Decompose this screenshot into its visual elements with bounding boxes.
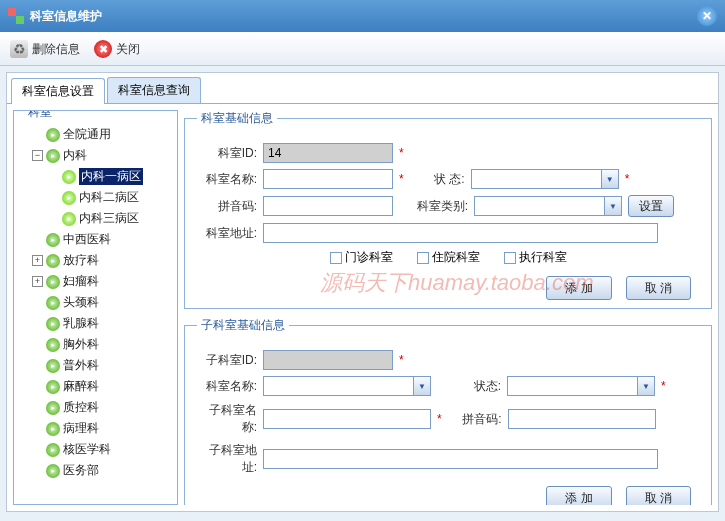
sub-add-button[interactable]: 添 加	[546, 486, 611, 505]
content-panel: 科室信息设置 科室信息查询 科室 全院通用−内科内科一病区内科二病区内科三病区中…	[6, 72, 719, 512]
dept-name-combo[interactable]: ▼	[263, 376, 431, 396]
tree-node-label: 内科	[63, 147, 87, 164]
chevron-down-icon[interactable]: ▼	[604, 196, 622, 216]
category-label: 科室类别:	[413, 198, 468, 215]
addr-label: 科室地址:	[197, 225, 257, 242]
tab-dept-query[interactable]: 科室信息查询	[107, 77, 201, 103]
tree-node[interactable]: 质控科	[18, 397, 173, 418]
tree-toggle-icon[interactable]: +	[32, 276, 43, 287]
inpatient-checkbox[interactable]: 住院科室	[417, 249, 480, 266]
tree-node[interactable]: 医务部	[18, 460, 173, 481]
set-button[interactable]: 设置	[628, 195, 674, 217]
titlebar: 科室信息维护 ✕	[0, 0, 725, 32]
dept-fieldset: 科室基础信息 科室ID: * 科室名称: * 状 态: ▼ *	[184, 110, 712, 309]
checkbox-icon	[417, 252, 429, 264]
forms-area: 科室基础信息 科室ID: * 科室名称: * 状 态: ▼ *	[184, 110, 712, 505]
tree-node-icon	[46, 422, 60, 436]
status-combo2[interactable]: ▼	[507, 376, 655, 396]
pinyin-label: 拼音码:	[197, 198, 257, 215]
pinyin-input[interactable]	[263, 196, 393, 216]
chevron-down-icon[interactable]: ▼	[413, 376, 431, 396]
tree-node-icon	[46, 380, 60, 394]
tree-node-icon	[46, 128, 60, 142]
outpatient-label: 门诊科室	[345, 249, 393, 266]
dept-name-input[interactable]	[263, 169, 393, 189]
delete-info-button[interactable]: ♻ 删除信息	[10, 40, 80, 58]
tab-bar: 科室信息设置 科室信息查询	[7, 73, 718, 104]
tree-node[interactable]: 病理科	[18, 418, 173, 439]
add-button[interactable]: 添 加	[546, 276, 611, 300]
exec-label: 执行科室	[519, 249, 567, 266]
dept-id-label: 科室ID:	[197, 145, 257, 162]
required-mark: *	[661, 379, 666, 393]
tree-node-label: 胸外科	[63, 336, 99, 353]
tree-node-label: 内科三病区	[79, 210, 139, 227]
tree-node-icon	[62, 170, 76, 184]
tree-node-icon	[46, 233, 60, 247]
tree-node-label: 中西医科	[63, 231, 111, 248]
subdept-legend: 子科室基础信息	[197, 317, 289, 334]
close-label: 关闭	[116, 41, 140, 58]
dept-name-input2[interactable]	[263, 376, 413, 396]
close-button[interactable]: ✖ 关闭	[94, 40, 140, 58]
tree-node-icon	[46, 296, 60, 310]
tree-node[interactable]: 麻醉科	[18, 376, 173, 397]
tree-toggle-icon[interactable]: +	[32, 255, 43, 266]
tree-node-label: 内科二病区	[79, 189, 139, 206]
tree-node[interactable]: 头颈科	[18, 292, 173, 313]
tree-legend: 科室	[24, 110, 56, 121]
exec-checkbox[interactable]: 执行科室	[504, 249, 567, 266]
tree-node[interactable]: 核医学科	[18, 439, 173, 460]
category-input[interactable]	[474, 196, 604, 216]
tree-node-label: 内科一病区	[79, 168, 143, 185]
tree-node[interactable]: 内科一病区	[18, 166, 173, 187]
tree-node[interactable]: 乳腺科	[18, 313, 173, 334]
required-mark: *	[625, 172, 630, 186]
tree-panel: 科室 全院通用−内科内科一病区内科二病区内科三病区中西医科+放疗科+妇瘤科头颈科…	[13, 110, 178, 505]
tree-node-label: 放疗科	[63, 252, 99, 269]
tree-node[interactable]: 全院通用	[18, 124, 173, 145]
status-input2[interactable]	[507, 376, 637, 396]
sub-addr-label: 子科室地址:	[197, 442, 257, 476]
tree-node-icon	[46, 254, 60, 268]
sub-id-label: 子科室ID:	[197, 352, 257, 369]
status-input[interactable]	[471, 169, 601, 189]
tree-node-label: 乳腺科	[63, 315, 99, 332]
tree-node[interactable]: −内科	[18, 145, 173, 166]
tree-node[interactable]: 中西医科	[18, 229, 173, 250]
sub-cancel-button[interactable]: 取 消	[626, 486, 691, 505]
required-mark: *	[399, 146, 404, 160]
sub-name-input[interactable]	[263, 409, 431, 429]
status-label2: 状态:	[461, 378, 501, 395]
tree-toggle-icon[interactable]: −	[32, 150, 43, 161]
delete-icon: ♻	[10, 40, 28, 58]
tree-node-icon	[62, 212, 76, 226]
chevron-down-icon[interactable]: ▼	[601, 169, 619, 189]
tree: 全院通用−内科内科一病区内科二病区内科三病区中西医科+放疗科+妇瘤科头颈科乳腺科…	[18, 124, 173, 481]
category-combo[interactable]: ▼	[474, 196, 622, 216]
required-mark: *	[437, 412, 442, 426]
addr-input[interactable]	[263, 223, 658, 243]
tree-node[interactable]: 普外科	[18, 355, 173, 376]
sub-addr-input[interactable]	[263, 449, 658, 469]
tree-node[interactable]: 内科三病区	[18, 208, 173, 229]
tree-node[interactable]: 内科二病区	[18, 187, 173, 208]
status-combo[interactable]: ▼	[471, 169, 619, 189]
toolbar: ♻ 删除信息 ✖ 关闭	[0, 32, 725, 66]
tree-node-label: 妇瘤科	[63, 273, 99, 290]
chevron-down-icon[interactable]: ▼	[637, 376, 655, 396]
outpatient-checkbox[interactable]: 门诊科室	[330, 249, 393, 266]
tree-node-icon	[62, 191, 76, 205]
cancel-button[interactable]: 取 消	[626, 276, 691, 300]
window-close-button[interactable]: ✕	[697, 6, 717, 26]
sub-id-input	[263, 350, 393, 370]
pinyin-input2[interactable]	[508, 409, 656, 429]
dept-id-input	[263, 143, 393, 163]
tree-node[interactable]: +妇瘤科	[18, 271, 173, 292]
tree-node-label: 质控科	[63, 399, 99, 416]
dept-name-label: 科室名称:	[197, 171, 257, 188]
checkbox-icon	[504, 252, 516, 264]
tree-node[interactable]: +放疗科	[18, 250, 173, 271]
tree-node[interactable]: 胸外科	[18, 334, 173, 355]
tab-dept-settings[interactable]: 科室信息设置	[11, 78, 105, 104]
